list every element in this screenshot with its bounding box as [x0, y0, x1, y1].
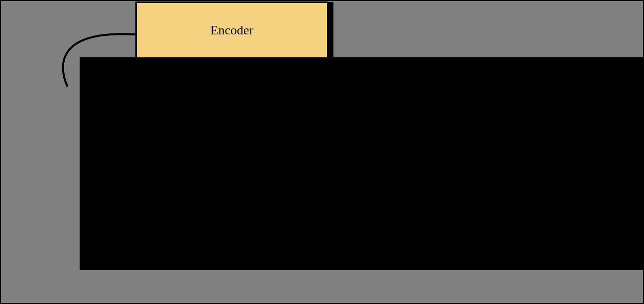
encoder-box: Encoder — [135, 1, 328, 59]
inner-black-box — [80, 57, 644, 270]
encoder-label: Encoder — [211, 23, 254, 38]
diagram-container: Encoder — [0, 0, 644, 304]
